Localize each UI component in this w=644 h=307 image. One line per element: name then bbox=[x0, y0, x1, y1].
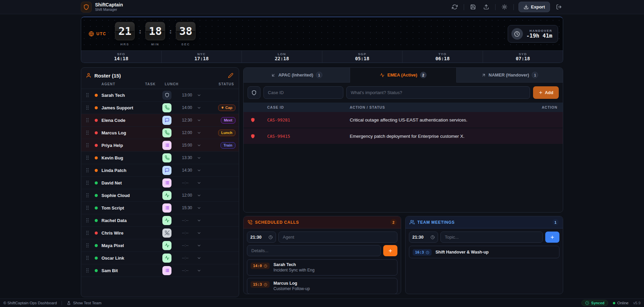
chevron-down-icon[interactable] bbox=[197, 156, 207, 160]
logout-icon bbox=[556, 4, 562, 10]
shield-icon[interactable] bbox=[162, 91, 171, 100]
list-icon[interactable] bbox=[162, 203, 171, 213]
divider bbox=[62, 301, 62, 305]
activity-icon[interactable] bbox=[162, 191, 171, 200]
call-details-input[interactable] bbox=[247, 245, 381, 256]
case-id-input[interactable] bbox=[263, 86, 343, 99]
drag-handle[interactable] bbox=[86, 205, 95, 210]
activity-icon[interactable] bbox=[162, 216, 171, 225]
add-meeting-button[interactable] bbox=[545, 232, 559, 243]
plus-icon bbox=[550, 235, 555, 240]
chevron-down-icon[interactable] bbox=[197, 243, 207, 248]
agent-name: Chris Wire bbox=[101, 231, 162, 236]
presence-dot bbox=[95, 181, 98, 184]
drag-handle[interactable] bbox=[86, 243, 95, 248]
drag-handle[interactable] bbox=[86, 105, 95, 110]
tab-namer[interactable]: NAMER (Handover) 1 bbox=[457, 68, 563, 83]
clock-section: UTC 21 HRS : 18 MIN : 38 SEC bbox=[81, 17, 563, 63]
download-icon bbox=[524, 4, 529, 9]
drag-handle[interactable] bbox=[86, 130, 95, 135]
list-icon[interactable] bbox=[162, 178, 171, 188]
export-button[interactable]: Export bbox=[519, 2, 550, 12]
drag-handle[interactable] bbox=[86, 155, 95, 160]
chevron-down-icon[interactable] bbox=[197, 193, 207, 198]
drag-handle[interactable] bbox=[86, 168, 95, 173]
edit-roster-button[interactable] bbox=[227, 72, 234, 79]
chevron-down-icon[interactable] bbox=[197, 256, 207, 260]
phone-icon[interactable] bbox=[162, 103, 171, 112]
list-icon[interactable] bbox=[162, 266, 171, 275]
chevron-down-icon[interactable] bbox=[197, 131, 207, 135]
meeting-topic: Shift Handover & Wash-up bbox=[436, 250, 489, 255]
drag-handle[interactable] bbox=[86, 218, 95, 223]
arrow-up-right-icon bbox=[481, 73, 486, 78]
drag-handle[interactable] bbox=[86, 193, 95, 198]
world-clock-sgp: SGP 05:18 bbox=[322, 51, 402, 63]
drag-handle[interactable] bbox=[86, 268, 95, 273]
chevron-down-icon[interactable] bbox=[197, 206, 207, 210]
roster-title: Roster (15) bbox=[94, 73, 121, 79]
lunch-time: 14:00 bbox=[182, 105, 197, 110]
phone-off-icon[interactable] bbox=[162, 228, 171, 238]
phone-icon[interactable] bbox=[162, 128, 171, 137]
agent-name: Sophie Cloud bbox=[101, 193, 162, 198]
presence-dot bbox=[95, 156, 98, 159]
logout-button[interactable] bbox=[555, 3, 563, 11]
chevron-down-icon[interactable] bbox=[197, 168, 207, 173]
chevron-down-icon[interactable] bbox=[197, 181, 207, 185]
chevron-down-icon[interactable] bbox=[197, 143, 207, 148]
lunch-time: 15:30 bbox=[182, 205, 197, 210]
lunch-time: --:-- bbox=[182, 231, 197, 235]
chevron-down-icon[interactable] bbox=[197, 231, 207, 235]
case-status-input[interactable] bbox=[346, 86, 530, 99]
chevron-down-icon[interactable] bbox=[197, 118, 207, 123]
calls-list: 14:0 Sarah Tech Incident Sync with Eng 1… bbox=[244, 256, 401, 294]
drag-handle[interactable] bbox=[86, 118, 95, 123]
theme-toggle-button[interactable] bbox=[500, 3, 509, 11]
save-button[interactable] bbox=[469, 3, 477, 11]
agent-name: James Support bbox=[101, 105, 162, 110]
chevron-down-icon[interactable] bbox=[197, 93, 207, 97]
chevron-down-icon[interactable] bbox=[197, 268, 207, 273]
refresh-button[interactable] bbox=[451, 3, 459, 11]
activity-icon[interactable] bbox=[162, 254, 171, 263]
call-time-input[interactable]: 21:30 bbox=[247, 232, 276, 243]
clock-icon bbox=[431, 235, 435, 239]
drag-handle[interactable] bbox=[86, 180, 95, 185]
roster-row: Elena Code 12:30 Meet bbox=[81, 114, 239, 127]
call-agent-input[interactable] bbox=[278, 232, 397, 243]
list-icon[interactable] bbox=[162, 141, 171, 150]
upload-button[interactable] bbox=[482, 3, 490, 11]
meeting-topic-input[interactable] bbox=[440, 232, 543, 243]
roster-row: Chris Wire --:-- bbox=[81, 227, 239, 239]
meeting-item[interactable]: 16:3 Shift Handover & Wash-up bbox=[409, 246, 559, 258]
call-time-chip: 14:0 bbox=[251, 263, 270, 269]
chat-icon[interactable] bbox=[162, 166, 171, 175]
drag-handle[interactable] bbox=[86, 143, 95, 148]
chevron-down-icon[interactable] bbox=[197, 106, 207, 110]
add-call-button[interactable] bbox=[383, 245, 397, 256]
add-case-button[interactable]: Add bbox=[533, 86, 559, 99]
severity-toggle-button[interactable] bbox=[248, 86, 260, 99]
lunch-time: 13:30 bbox=[182, 155, 197, 160]
tab-emea[interactable]: EMEA (Active) 2 bbox=[350, 68, 457, 83]
call-item[interactable]: 14:0 Sarah Tech Incident Sync with Eng bbox=[247, 259, 397, 276]
phone-icon[interactable] bbox=[162, 153, 171, 162]
clock-minutes: 18 bbox=[145, 22, 165, 40]
lunch-time: --:-- bbox=[182, 243, 197, 248]
tab-apac[interactable]: APAC (Inherited) 1 bbox=[244, 68, 350, 83]
chevron-down-icon[interactable] bbox=[197, 218, 207, 223]
meeting-time-input[interactable]: 21:30 bbox=[409, 232, 438, 243]
call-item[interactable]: 15:3 Marcus Log Customer Follow-up bbox=[247, 278, 397, 294]
roster-row: Tom Script 15:30 bbox=[81, 202, 239, 214]
drag-handle[interactable] bbox=[86, 93, 95, 97]
case-row: CAS-99415 Emergency patch deployment for… bbox=[244, 128, 563, 144]
show-test-team-label: Show Test Team bbox=[73, 301, 101, 305]
chat-icon[interactable] bbox=[162, 116, 171, 125]
check-circle-icon bbox=[585, 301, 589, 305]
drag-handle[interactable] bbox=[86, 256, 95, 260]
case-id: CAS-99415 bbox=[267, 134, 350, 139]
activity-icon[interactable] bbox=[162, 241, 171, 250]
show-test-team-toggle[interactable]: Show Test Team bbox=[67, 301, 101, 305]
drag-handle[interactable] bbox=[86, 231, 95, 235]
